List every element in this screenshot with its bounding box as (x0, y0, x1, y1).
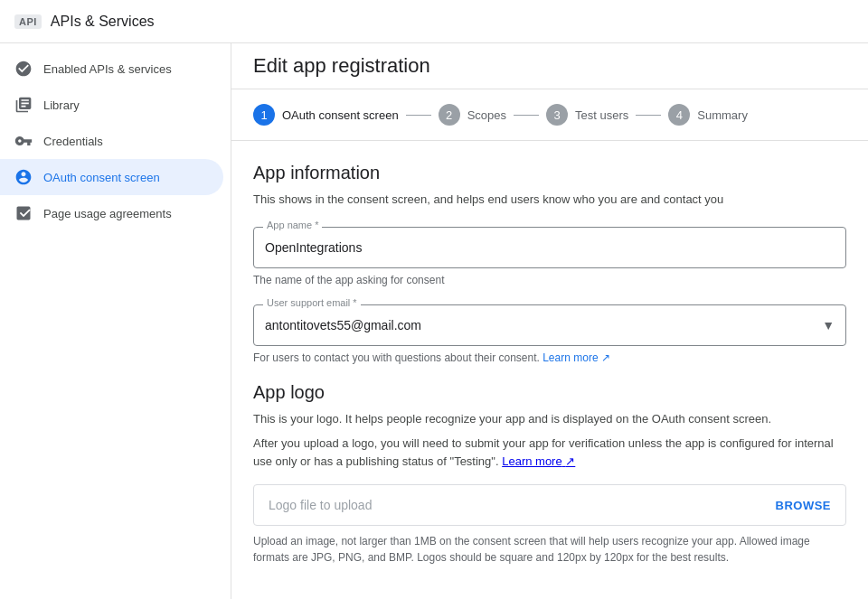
app-info-title: App information (253, 163, 846, 183)
logo-learn-more-link[interactable]: Learn more ↗ (502, 454, 575, 468)
app-logo-section: App logo This is your logo. It helps peo… (253, 382, 846, 566)
step-separator-1 (406, 115, 431, 116)
sidebar-item-library[interactable]: Library (0, 87, 223, 123)
step-separator-2 (514, 115, 539, 116)
library-icon (14, 96, 33, 114)
email-select[interactable]: antontitovets55@gmail.com (254, 305, 845, 345)
top-bar-title: APIs & Services (51, 14, 155, 30)
step-1-label: OAuth consent screen (282, 108, 399, 122)
page-usage-icon (14, 204, 33, 222)
app-logo-title: App logo (253, 382, 846, 403)
step-1-circle: 1 (253, 104, 275, 126)
app-name-field-group: App name * The name of the app asking fo… (253, 227, 846, 286)
sidebar-item-credentials-label: Credentials (43, 135, 103, 148)
email-select-wrapper: User support email * antontitovets55@gma… (253, 304, 846, 346)
step-4-label: Summary (697, 108, 748, 122)
oauth-consent-icon (14, 168, 33, 186)
sidebar-item-credentials[interactable]: Credentials (0, 123, 223, 159)
api-icon: API (14, 14, 42, 29)
email-field-group: User support email * antontitovets55@gma… (253, 304, 846, 364)
app-name-hint: The name of the app asking for consent (253, 274, 846, 286)
sidebar-item-enabled-apis-label: Enabled APIs & services (43, 62, 172, 76)
main-layout: Enabled APIs & services Library Credenti… (0, 43, 868, 599)
app-info-desc: This shows in the consent screen, and he… (253, 191, 846, 209)
browse-button[interactable]: BROWSE (776, 499, 832, 512)
sidebar-item-page-usage[interactable]: Page usage agreements (0, 195, 223, 231)
logo-placeholder: Logo file to upload (269, 498, 372, 512)
app-logo-desc1: This is your logo. It helps people recog… (253, 410, 846, 428)
email-learn-more-link[interactable]: Learn more ↗ (542, 351, 610, 364)
step-3[interactable]: 3 Test users (546, 104, 628, 126)
email-hint: For users to contact you with questions … (253, 351, 846, 364)
step-3-circle: 3 (546, 104, 568, 126)
page-header: Edit app registration (231, 43, 868, 89)
app-name-label: App name * (263, 220, 322, 230)
step-4[interactable]: 4 Summary (668, 104, 748, 126)
content-area: Edit app registration 1 OAuth consent sc… (231, 43, 868, 599)
page-title: Edit app registration (253, 54, 846, 78)
sidebar-item-page-usage-label: Page usage agreements (43, 207, 172, 220)
stepper: 1 OAuth consent screen 2 Scopes 3 Test u… (231, 89, 868, 141)
step-2-label: Scopes (467, 108, 506, 122)
email-label: User support email * (263, 297, 361, 308)
sidebar-item-oauth-consent-label: OAuth consent screen (43, 171, 160, 184)
step-2[interactable]: 2 Scopes (439, 104, 506, 126)
upload-hint: Upload an image, not larger than 1MB on … (253, 533, 846, 566)
external-link-icon: ↗ (601, 351, 610, 364)
sidebar-item-oauth-consent[interactable]: OAuth consent screen (0, 159, 223, 195)
top-bar: API APIs & Services (0, 0, 868, 43)
enabled-apis-icon (14, 60, 33, 78)
app-logo-desc2: After you upload a logo, you will need t… (253, 435, 846, 470)
sidebar-item-library-label: Library (43, 98, 80, 112)
form-content: App information This shows in the consen… (231, 141, 868, 587)
logo-upload-box: Logo file to upload BROWSE (253, 484, 846, 526)
app-name-wrapper: App name * (253, 227, 846, 268)
app-name-input[interactable] (254, 228, 845, 267)
sidebar: Enabled APIs & services Library Credenti… (0, 43, 231, 599)
logo-external-link-icon: ↗ (565, 454, 575, 468)
step-separator-3 (636, 115, 661, 116)
credentials-icon (14, 132, 33, 150)
sidebar-item-enabled-apis[interactable]: Enabled APIs & services (0, 51, 223, 87)
step-4-circle: 4 (668, 104, 690, 126)
step-1[interactable]: 1 OAuth consent screen (253, 104, 399, 126)
step-2-circle: 2 (439, 104, 460, 126)
step-3-label: Test users (575, 108, 628, 122)
